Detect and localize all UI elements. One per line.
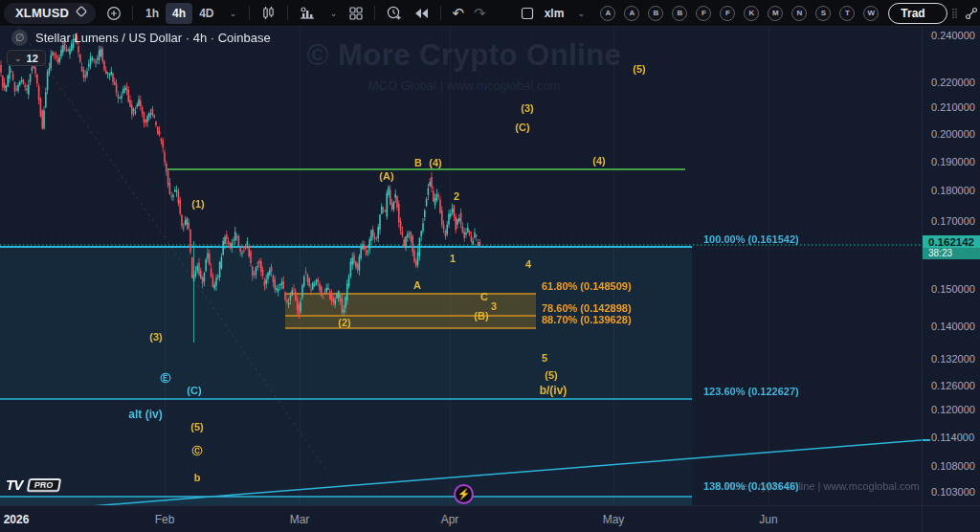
- indicators-collapse-button[interactable]: ⌄ 12: [7, 50, 46, 66]
- compare-add-symbol-button[interactable]: [101, 2, 126, 25]
- interval-button-1h[interactable]: 1h: [139, 3, 166, 24]
- tradingview-logo[interactable]: TV PRO: [6, 477, 60, 493]
- wave-label-3: B: [414, 157, 422, 168]
- wave-label-7: 2: [454, 190, 459, 202]
- layout-menu-chevron-icon[interactable]: ⌄: [570, 2, 591, 25]
- indicators-chevron-icon[interactable]: ⌄: [323, 2, 344, 25]
- interval-menu-chevron-icon[interactable]: ⌄: [222, 2, 243, 25]
- create-alert-button[interactable]: [381, 2, 408, 25]
- time-tick-2026: 2026: [4, 513, 30, 526]
- hotkey-button-a-1[interactable]: A: [624, 6, 639, 21]
- wave-label-8: (1): [191, 198, 204, 210]
- price-tick-0.126000: 0.126000: [931, 380, 975, 391]
- price-axis[interactable]: 0.2400000.2200000.2100000.2000000.190000…: [922, 27, 980, 505]
- redo-button[interactable]: ↷: [469, 2, 491, 25]
- indicator-count: 12: [27, 53, 38, 64]
- hotkey-button-b-2[interactable]: B: [648, 6, 663, 21]
- hotkey-button-w-11[interactable]: W: [863, 6, 879, 21]
- fib-label-123.60%: 123.60% (0.122627): [703, 386, 799, 397]
- price-tick-0.132000: 0.132000: [931, 353, 975, 365]
- fib-label-138.00%: 138.00% (0.103646): [703, 480, 799, 492]
- symbol-title[interactable]: Stellar Lumens / US Dollar · 4h · Coinba…: [35, 31, 271, 45]
- time-tick-Apr: Apr: [441, 513, 459, 526]
- wave-label-1: (3): [521, 102, 533, 114]
- last-price-badge: 0.162142 38:23: [923, 235, 980, 259]
- chevron-down-icon: ⌄: [14, 54, 22, 63]
- wave-label-0: (5): [633, 63, 645, 75]
- price-tick-0.108000: 0.108000: [931, 460, 975, 472]
- wave-label-12: C: [480, 291, 488, 302]
- price-tick-0.220000: 0.220000: [931, 77, 975, 88]
- wave-label-20: (5): [190, 421, 203, 432]
- symbol-switch-icon[interactable]: [75, 5, 88, 22]
- symbol-name: XLMUSD: [15, 6, 69, 20]
- wave-label-14: (B): [474, 310, 488, 321]
- axis-corner: [922, 505, 980, 532]
- price-tick-0.200000: 0.200000: [931, 128, 975, 140]
- hotkey-button-n-8[interactable]: N: [791, 6, 807, 21]
- tradingview-mark-icon: TV: [6, 477, 22, 493]
- price-tick-0.170000: 0.170000: [931, 215, 975, 227]
- price-tick-0.210000: 0.210000: [931, 101, 975, 113]
- object-tree-icon[interactable]: [959, 2, 980, 25]
- hotkey-button-t-10[interactable]: T: [839, 6, 855, 21]
- layout-grid-button[interactable]: [344, 2, 368, 25]
- wave-label-16: (3): [149, 331, 162, 343]
- wave-label-11: A: [413, 279, 421, 291]
- symbol-title-row[interactable]: ∅ Stellar Lumens / US Dollar · 4h · Coin…: [11, 30, 271, 46]
- layout-name-button[interactable]: xlm: [540, 2, 569, 25]
- indicators-button[interactable]: [294, 2, 321, 25]
- interval-button-4D[interactable]: 4D: [192, 3, 220, 24]
- bar-replay-button[interactable]: [408, 2, 434, 25]
- lightning-bolt-icon[interactable]: ⚡: [454, 484, 474, 504]
- price-tick-0.240000: 0.240000: [931, 30, 975, 41]
- price-tick-0.190000: 0.190000: [931, 156, 975, 167]
- interval-button-4h[interactable]: 4h: [166, 3, 192, 24]
- wave-label-17: Ⓔ: [161, 371, 171, 386]
- fib-label-88.70%: 88.70% (0.139628): [542, 314, 632, 325]
- wave-label-18: (C): [187, 385, 201, 396]
- wave-label-15: (2): [338, 317, 350, 328]
- price-tick-0.180000: 0.180000: [931, 185, 975, 196]
- wave-label-22: b: [194, 472, 201, 483]
- fib-label-61.80%: 61.80% (0.148509): [542, 280, 632, 292]
- wave-label-24: (5): [545, 369, 557, 381]
- wave-label-4: (4): [429, 157, 441, 168]
- wave-label-5: (4): [592, 155, 605, 166]
- wave-label-6: (A): [379, 170, 393, 182]
- wave-label-10: 4: [525, 258, 531, 270]
- chart-canvas[interactable]: [0, 0, 922, 532]
- undo-button[interactable]: ↶: [447, 2, 469, 25]
- trendline-axis-tick: [923, 439, 930, 441]
- hotkey-button-s-9[interactable]: S: [815, 6, 831, 21]
- hotkey-button-b-3[interactable]: B: [672, 6, 687, 21]
- chart-pane[interactable]: © More Crypto Online MCO Global | www.mc…: [0, 0, 922, 532]
- price-tick-0.120000: 0.120000: [931, 404, 975, 415]
- hotkey-button-f-4[interactable]: F: [696, 6, 711, 21]
- top-toolbar: XLMUSD 1h4h4D ⌄ ⌄: [0, 0, 980, 27]
- price-tick-0.103000: 0.103000: [931, 486, 975, 498]
- price-tick-0.150000: 0.150000: [931, 283, 975, 295]
- hotkey-button-m-7[interactable]: M: [768, 6, 783, 21]
- time-axis[interactable]: 2026FebMarAprMayJun: [0, 505, 922, 532]
- wave-label-23: 5: [542, 352, 547, 364]
- pro-badge[interactable]: PRO: [27, 478, 61, 492]
- time-tick-May: May: [603, 513, 625, 526]
- time-tick-Feb: Feb: [155, 513, 175, 526]
- symbol-search-button[interactable]: XLMUSD: [4, 3, 96, 24]
- hotkey-button-a-0[interactable]: A: [600, 6, 615, 21]
- candle-style-button[interactable]: [256, 2, 281, 25]
- wave-label-9: 1: [450, 253, 456, 264]
- drag-handle-icon[interactable]: ⣿: [951, 8, 959, 18]
- bar-countdown: 38:23: [923, 248, 980, 259]
- hotkey-button-k-6[interactable]: K: [744, 6, 759, 21]
- trade-button[interactable]: Trad: [888, 3, 947, 24]
- hotkey-button-f-5[interactable]: F: [720, 6, 735, 21]
- fib-label-78.60%: 78.60% (0.142898): [542, 302, 632, 314]
- wave-label-13: 3: [491, 300, 497, 312]
- wave-label-21: Ⓒ: [192, 444, 203, 458]
- time-tick-Mar: Mar: [290, 513, 310, 526]
- wave-label-19: alt (iv): [128, 408, 162, 421]
- save-layout-button[interactable]: [515, 2, 540, 25]
- tradingview-app: © More Crypto Online MCO Global | www.mc…: [0, 0, 980, 532]
